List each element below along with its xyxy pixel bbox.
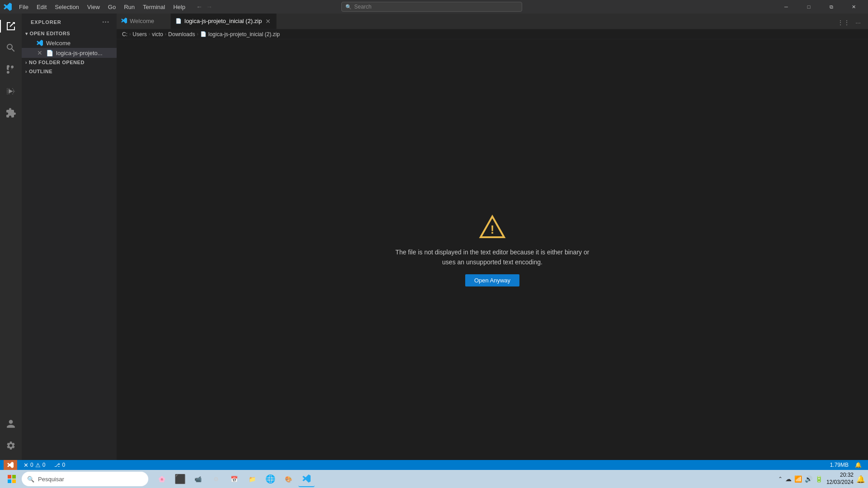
status-bar-right: 1.79MB 🔔 [827, 460, 864, 470]
sidebar-header: EXPLORER ··· [22, 14, 117, 29]
menu-bar: File Edit Selection View Go Run Terminal… [15, 3, 189, 11]
explorer-activity-icon[interactable] [0, 15, 22, 37]
split-editor-button[interactable]: ⋮⋮ [837, 16, 850, 29]
taskbar-search-text: Pesquisar [38, 476, 64, 483]
taskbar-vscode[interactable] [298, 471, 315, 487]
warning-container: ! The file is not displayed in the text … [396, 213, 590, 287]
open-editors-chevron: ▾ [25, 31, 28, 36]
taskbar-right: ⌃ ☁ 📶 🔊 🔋 20:32 12/03/2024 🔔 [778, 472, 864, 486]
forward-button[interactable]: → [206, 3, 212, 10]
taskbar-search-box[interactable]: 🔍 Pesquisar [22, 472, 148, 486]
outline-section[interactable]: › OUTLINE [22, 67, 117, 76]
taskbar-video-app[interactable]: 📹 [190, 471, 206, 487]
source-control-activity-icon[interactable] [0, 59, 22, 80]
sidebar-more-button[interactable]: ··· [100, 17, 111, 27]
file-explorer-icon: 📁 [249, 476, 256, 483]
restore-button[interactable]: ⧉ [821, 0, 842, 14]
more-actions-button[interactable]: ··· [852, 16, 864, 29]
clock-date: 12/03/2024 [826, 479, 854, 486]
tray-expand-icon[interactable]: ⌃ [778, 476, 783, 482]
back-button[interactable]: ← [196, 3, 203, 10]
taskbar-chrome[interactable]: 🌐 [262, 471, 278, 487]
warning-icon-status: ⚠ [35, 462, 41, 469]
title-bar: File Edit Selection View Go Run Terminal… [0, 0, 868, 14]
zip-tab-close-button[interactable]: ✕ [264, 18, 272, 25]
breadcrumb-victo[interactable]: victo [152, 31, 163, 38]
breadcrumb-file-icon: 📄 [200, 31, 207, 37]
open-anyway-button[interactable]: Open Anyway [465, 274, 519, 286]
minimize-button[interactable]: ─ [776, 0, 797, 14]
welcome-tab-label: Welcome [130, 18, 154, 24]
start-button[interactable] [4, 471, 20, 487]
activity-bar [0, 14, 22, 460]
taskbar-file-explorer[interactable]: 📁 [244, 471, 260, 487]
close-button[interactable]: ✕ [844, 0, 864, 14]
run-debug-activity-icon[interactable] [0, 80, 22, 102]
tab-bar: Welcome 📄 logica-js-projeto_inicial (2).… [117, 14, 868, 29]
video-icon: 📹 [194, 476, 202, 483]
error-count-indicator[interactable]: ✕ 0 ⚠ 0 [21, 460, 48, 470]
breadcrumb-users[interactable]: Users [132, 31, 146, 38]
warning-icon: ! [479, 213, 506, 240]
settings-activity-icon[interactable] [0, 435, 22, 456]
ports-icon: ⎇ [54, 462, 60, 468]
editor-content: ! The file is not displayed in the text … [117, 39, 868, 460]
breadcrumb-sep-3: › [165, 32, 166, 37]
warning-count: 0 [42, 462, 46, 468]
tray-cloud-icon[interactable]: ☁ [785, 475, 792, 483]
maximize-button[interactable]: □ [798, 0, 819, 14]
tray-wifi-icon[interactable]: 📶 [794, 475, 802, 483]
sidebar-title: EXPLORER [31, 19, 61, 25]
calendar-icon: 📅 [231, 476, 238, 483]
warning-text: The file is not displayed in the text ed… [396, 247, 590, 267]
menu-terminal[interactable]: Terminal [139, 3, 169, 11]
ports-indicator[interactable]: ⎇ 0 [52, 460, 68, 470]
file-size-indicator[interactable]: 1.79MB [827, 460, 851, 470]
taskbar-color-app[interactable]: 🎨 [280, 471, 297, 487]
file-size-label: 1.79MB [830, 462, 849, 468]
close-editor-icon[interactable]: ✕ [36, 49, 43, 56]
open-editor-welcome[interactable]: Welcome [22, 38, 117, 48]
menu-edit[interactable]: Edit [33, 3, 50, 11]
breadcrumb-file-label: logica-js-projeto_inicial (2).zip [208, 31, 280, 38]
search-icon: 🔍 [345, 4, 352, 10]
notification-center-button[interactable]: 🔔 [857, 475, 864, 483]
chrome-icon: 🌐 [265, 474, 275, 484]
taskbar-media-app[interactable]: ⬛ [172, 471, 188, 487]
open-editor-zip[interactable]: ✕ 📄 logica-js-projeto... [22, 48, 117, 58]
taskbar-calendar-app[interactable]: 📅 [226, 471, 242, 487]
breadcrumb-sep-1: › [129, 32, 131, 37]
breadcrumb-sep-4: › [197, 32, 198, 37]
tab-zip[interactable]: 📄 logica-js-projeto_inicial (2).zip ✕ [171, 14, 277, 29]
tab-welcome[interactable]: Welcome [117, 14, 171, 29]
title-search-bar[interactable]: 🔍 Search [341, 2, 522, 12]
account-activity-icon[interactable] [0, 413, 22, 435]
breadcrumb-c[interactable]: C: [122, 31, 127, 38]
menu-run[interactable]: Run [120, 3, 138, 11]
notifications-button[interactable]: 🔔 [852, 460, 864, 470]
menu-go[interactable]: Go [104, 3, 119, 11]
breadcrumb-downloads[interactable]: Downloads [168, 31, 195, 38]
welcome-label: Welcome [46, 40, 71, 47]
search-activity-icon[interactable] [0, 37, 22, 59]
clock-time: 20:32 [826, 472, 854, 479]
menu-file[interactable]: File [15, 3, 32, 11]
menu-view[interactable]: View [84, 3, 104, 11]
taskbar: 🔍 Pesquisar 🌸 ⬛ 📹 ⚙ 📅 📁 🌐 🎨 [0, 470, 868, 488]
open-editors-section[interactable]: ▾ OPEN EDITORS [22, 29, 117, 38]
menu-help[interactable]: Help [170, 3, 189, 11]
menu-selection[interactable]: Selection [51, 3, 82, 11]
tray-battery-icon[interactable]: 🔋 [815, 475, 823, 483]
taskbar-flower-app[interactable]: 🌸 [154, 471, 170, 487]
extensions-activity-icon[interactable] [0, 102, 22, 124]
no-folder-section[interactable]: › NO FOLDER OPENED [22, 58, 117, 67]
remote-indicator[interactable] [4, 460, 17, 470]
no-folder-label: NO FOLDER OPENED [29, 60, 85, 65]
outline-label: OUTLINE [29, 69, 52, 74]
tray-volume-icon[interactable]: 🔊 [805, 475, 812, 483]
open-editors-label: OPEN EDITORS [30, 31, 71, 36]
taskbar-settings-app[interactable]: ⚙ [208, 471, 224, 487]
status-bar-left: ✕ 0 ⚠ 0 ⎇ 0 [4, 460, 68, 470]
editor-area: Welcome 📄 logica-js-projeto_inicial (2).… [117, 14, 868, 460]
system-clock[interactable]: 20:32 12/03/2024 [826, 472, 854, 486]
